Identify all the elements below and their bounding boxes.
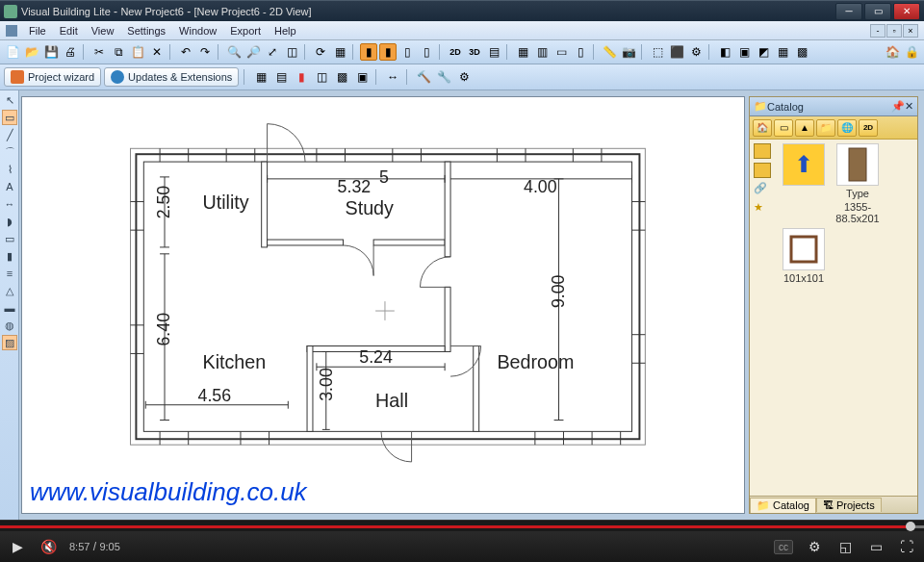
snap-mid-icon[interactable]: ▮: [379, 43, 397, 61]
menu-edit[interactable]: Edit: [54, 23, 84, 38]
catalog-item-up[interactable]: ⬆: [779, 143, 829, 224]
copy-icon[interactable]: ⧉: [110, 43, 127, 61]
cat-home-icon[interactable]: 🏠: [753, 119, 772, 137]
dimension-tool[interactable]: ↔: [2, 196, 17, 212]
window-vert-icon[interactable]: ▯: [572, 43, 589, 61]
camera-icon[interactable]: 📷: [620, 43, 637, 61]
maximize-button[interactable]: ▭: [864, 3, 891, 20]
tool-c-icon[interactable]: ◫: [313, 68, 330, 86]
column-tool[interactable]: ▮: [2, 248, 17, 264]
zoom-extents-icon[interactable]: ⤢: [264, 43, 281, 61]
catalog-item-door[interactable]: 101x101: [779, 228, 829, 284]
text-tool[interactable]: A: [2, 179, 17, 194]
tool-d-icon[interactable]: ▩: [333, 68, 350, 86]
options-icon[interactable]: ⚙: [687, 43, 705, 61]
terrain-tool[interactable]: ◍: [2, 318, 17, 333]
tree-person-icon[interactable]: ★: [754, 201, 771, 217]
pin-icon[interactable]: 📌: [891, 100, 905, 113]
window-tile-icon[interactable]: ▦: [514, 43, 531, 61]
door-tool[interactable]: ◗: [2, 214, 17, 229]
grid-icon[interactable]: ▦: [331, 43, 348, 61]
misc2-icon[interactable]: ▣: [735, 43, 753, 61]
menu-export[interactable]: Export: [224, 23, 267, 38]
cc-button[interactable]: cc: [774, 540, 793, 554]
wall-tool[interactable]: ▭: [2, 110, 17, 125]
updates-button[interactable]: Updates & Extensions: [104, 67, 239, 87]
home-icon[interactable]: 🏠: [884, 43, 901, 61]
stair-tool[interactable]: ≡: [2, 266, 17, 281]
zoom-in-icon[interactable]: 🔍: [225, 43, 243, 61]
layer-icon[interactable]: ⬚: [649, 43, 666, 61]
lock-icon[interactable]: 🔒: [903, 43, 920, 61]
cat-tab4-icon[interactable]: 🌐: [837, 119, 857, 137]
quality-button[interactable]: ⚙: [805, 537, 824, 556]
projects-tab[interactable]: 🏗Projects: [816, 498, 882, 512]
redo-icon[interactable]: ↷: [196, 43, 214, 61]
snap-end-icon[interactable]: ▮: [360, 43, 377, 61]
misc3-icon[interactable]: ◩: [755, 43, 772, 61]
snap-perp-icon[interactable]: ▯: [398, 43, 416, 61]
misc4-icon[interactable]: ▦: [774, 43, 791, 61]
print-icon[interactable]: 🖨: [62, 43, 79, 61]
tool-arrow-icon[interactable]: ↔: [384, 68, 401, 86]
mdi-restore-button[interactable]: ▫: [886, 24, 902, 38]
window-tool[interactable]: ▭: [2, 231, 17, 246]
tool-b-icon[interactable]: ▤: [272, 68, 290, 86]
catalog-item-type[interactable]: Type 1355-88.5x201: [833, 143, 883, 224]
tool-flag-icon[interactable]: ▮: [293, 68, 310, 86]
seek-thumb[interactable]: [906, 522, 915, 531]
project-wizard-button[interactable]: Project wizard: [4, 67, 101, 87]
select-tool[interactable]: ↖: [2, 92, 17, 108]
mdi-close-button[interactable]: ×: [903, 24, 918, 38]
zoom-window-icon[interactable]: ◫: [283, 43, 300, 61]
line-tool[interactable]: ╱: [2, 127, 17, 142]
undo-icon[interactable]: ↶: [177, 43, 194, 61]
measure-icon[interactable]: 📏: [601, 43, 618, 61]
minimize-button[interactable]: ─: [835, 3, 862, 20]
cat-tab3-icon[interactable]: 📁: [816, 119, 835, 137]
open-icon[interactable]: 📂: [23, 43, 40, 61]
play-button[interactable]: ▶: [8, 537, 27, 556]
panel-close-icon[interactable]: ✕: [905, 100, 913, 113]
tool-wrench-icon[interactable]: 🔧: [435, 68, 452, 86]
popout-button[interactable]: ◱: [835, 537, 855, 556]
slab-tool[interactable]: ▬: [2, 300, 17, 316]
folder-closed-icon[interactable]: [754, 143, 771, 159]
view3d-icon[interactable]: 3D: [466, 43, 483, 61]
mdi-minimize-button[interactable]: -: [870, 24, 886, 38]
menu-settings[interactable]: Settings: [121, 23, 171, 38]
snap-int-icon[interactable]: ▯: [418, 43, 435, 61]
menu-view[interactable]: View: [86, 23, 120, 38]
menu-file[interactable]: File: [23, 23, 52, 38]
hatch-tool[interactable]: ▨: [2, 335, 17, 350]
cut-icon[interactable]: ✂: [90, 43, 108, 61]
view-section-icon[interactable]: ▤: [485, 43, 502, 61]
delete-icon[interactable]: ✕: [148, 43, 166, 61]
new-icon[interactable]: 📄: [4, 43, 21, 61]
catalog-tab[interactable]: 📁Catalog: [750, 498, 816, 513]
cat-tab5-icon[interactable]: 2D: [859, 119, 878, 137]
tool-e-icon[interactable]: ▣: [353, 68, 371, 86]
refresh-icon[interactable]: ⟳: [312, 43, 329, 61]
close-button[interactable]: ✕: [893, 3, 920, 20]
zoom-out-icon[interactable]: 🔎: [244, 43, 262, 61]
tool-gear-icon[interactable]: ⚙: [455, 68, 473, 86]
misc1-icon[interactable]: ◧: [716, 43, 733, 61]
video-seekbar[interactable]: [0, 520, 924, 531]
roof-tool[interactable]: △: [2, 283, 17, 298]
catalog-header[interactable]: 📁 Catalog 📌 ✕: [750, 97, 917, 116]
polyline-tool[interactable]: ⌇: [2, 162, 17, 177]
fullscreen-button[interactable]: ⛶: [897, 537, 916, 556]
menu-window[interactable]: Window: [173, 23, 222, 38]
save-icon[interactable]: 💾: [42, 43, 60, 61]
drawing-canvas[interactable]: 2.50 5.32 5 4.00 6.40 9.00 4.56 5.24 3.0…: [21, 96, 745, 514]
cat-tab2-icon[interactable]: ▲: [795, 119, 814, 137]
titlebar[interactable]: Visual Building Lite - New Project6 - [N…: [0, 0, 924, 21]
window-cascade-icon[interactable]: ▥: [533, 43, 551, 61]
paste-icon[interactable]: 📋: [129, 43, 146, 61]
folder-open-icon[interactable]: [754, 163, 771, 178]
cat-tab1-icon[interactable]: ▭: [774, 119, 793, 137]
menu-help[interactable]: Help: [269, 23, 302, 38]
tool-a-icon[interactable]: ▦: [252, 68, 270, 86]
tool-hammer-icon[interactable]: 🔨: [415, 68, 432, 86]
